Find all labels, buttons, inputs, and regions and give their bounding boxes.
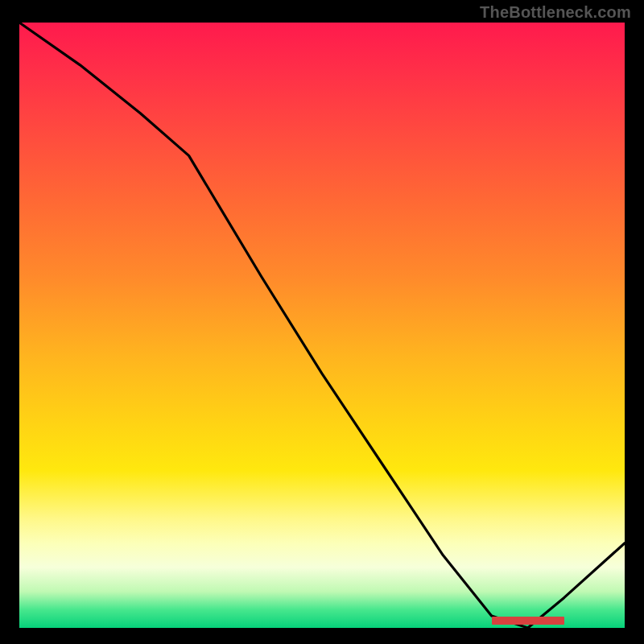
x-axis-optimal-label: OPTIMAL RANGE (492, 617, 564, 625)
plot-outer: OPTIMAL RANGE (19, 23, 625, 628)
bottleneck-line-plot (19, 23, 625, 628)
chart-frame: TheBottleneck.com OPTIMAL RANGE (0, 0, 644, 644)
bottleneck-curve-path (19, 23, 625, 628)
watermark-text: TheBottleneck.com (480, 3, 631, 22)
